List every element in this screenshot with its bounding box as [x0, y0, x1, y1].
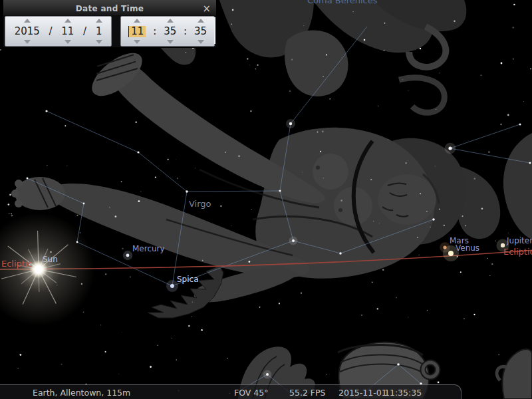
ecliptic-label-left: Ecliptic	[1, 259, 33, 269]
year-spinner: 2015	[15, 17, 40, 46]
month-down-arrow[interactable]	[65, 40, 71, 44]
stellarium-window: Coma Berenices Virgo Sun Mercury Spica M…	[0, 0, 532, 399]
time-separator: :	[153, 17, 156, 46]
sky-canvas[interactable]	[0, 0, 532, 399]
hour-down-arrow[interactable]	[134, 40, 140, 44]
status-bar: Earth, Allentown, 115m FOV 45° 55.2 FPS …	[0, 384, 462, 399]
date-time-dialog: Date and Time × 2015 / 11 /	[3, 0, 217, 48]
year-down-arrow[interactable]	[24, 40, 31, 44]
spica-marker[interactable]	[170, 284, 174, 288]
fps-status: 55.2 FPS	[289, 388, 325, 398]
sun-glow[interactable]	[0, 213, 95, 326]
venus-label[interactable]: Venus	[456, 243, 479, 253]
month-spinner: 11	[61, 17, 74, 46]
hour-spinner: 11	[128, 17, 146, 46]
jupiter-label[interactable]: Jupiter	[507, 236, 532, 245]
date-separator: /	[83, 17, 86, 46]
date-status[interactable]: 2015-11-01	[338, 388, 387, 398]
coma-berenices-label: Coma Berenices	[307, 0, 378, 5]
fov-status: FOV 45°	[234, 388, 269, 398]
mercury-label[interactable]: Mercury	[132, 244, 165, 253]
close-icon[interactable]: ×	[202, 4, 211, 14]
minute-down-arrow[interactable]	[167, 40, 174, 44]
second-up-arrow[interactable]	[198, 19, 204, 23]
day-up-arrow[interactable]	[96, 19, 102, 23]
dialog-title: Date and Time	[76, 4, 144, 13]
date-spinners: 2015 / 11 / 1	[5, 16, 112, 47]
time-status[interactable]: 11:35:35	[384, 388, 422, 398]
mercury-marker[interactable]	[126, 254, 130, 257]
dialog-titlebar[interactable]: Date and Time ×	[3, 0, 217, 15]
spica-label[interactable]: Spica	[177, 275, 199, 284]
dialog-body: 2015 / 11 / 1	[3, 15, 217, 48]
month-up-arrow[interactable]	[65, 19, 71, 23]
time-spinners: 11 : 35 : 35	[120, 16, 215, 47]
second-spinner: 35	[194, 17, 207, 46]
day-spinner: 1	[96, 17, 102, 46]
hour-up-arrow[interactable]	[134, 19, 140, 23]
second-down-arrow[interactable]	[198, 40, 204, 44]
time-separator: :	[184, 17, 187, 46]
minute-up-arrow[interactable]	[167, 19, 174, 23]
hour-value[interactable]: 11	[128, 26, 146, 37]
month-value[interactable]: 11	[61, 26, 74, 37]
day-down-arrow[interactable]	[96, 40, 102, 44]
sun-label[interactable]: Sun	[43, 255, 58, 264]
day-value[interactable]: 1	[96, 26, 102, 37]
virgo-constellation-art	[11, 0, 532, 399]
virgo-label: Virgo	[189, 199, 211, 209]
dialog-edge-highlight	[214, 17, 215, 44]
date-separator: /	[49, 17, 53, 46]
year-up-arrow[interactable]	[24, 19, 31, 23]
venus-marker[interactable]	[448, 251, 454, 256]
minute-value[interactable]: 35	[164, 26, 176, 37]
year-value[interactable]: 2015	[15, 26, 40, 37]
ecliptic-label-right: Ecliptic	[503, 247, 532, 257]
minute-spinner: 35	[164, 17, 176, 46]
second-value[interactable]: 35	[194, 26, 207, 37]
location-status[interactable]: Earth, Allentown, 115m	[33, 388, 130, 398]
